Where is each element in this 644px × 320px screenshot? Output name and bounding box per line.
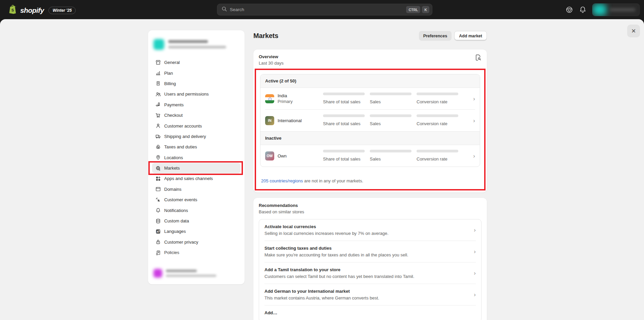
sidebar-item-users-and-permissions[interactable]: Users and permissions	[152, 89, 241, 99]
sidebar-item-languages[interactable]: A Languages	[152, 226, 241, 237]
translate-icon: A	[155, 229, 161, 234]
payments-icon	[155, 102, 161, 107]
shopify-logo[interactable]: S shopify Winter '25	[8, 4, 76, 16]
topbar-right-cluster	[565, 0, 640, 20]
store-url-blurred	[168, 46, 226, 48]
skeleton-bar	[370, 114, 412, 117]
sidebar-item-billing[interactable]: Billing	[152, 78, 241, 89]
apps-icon	[155, 176, 161, 181]
markets-page: Markets Preferences Add market Overview …	[253, 31, 487, 320]
skeleton-bar	[417, 150, 458, 152]
svg-text:S: S	[11, 8, 14, 12]
browser-icon	[155, 186, 161, 192]
recommendation-tamil-translation[interactable]: Add a Tamil translation to your store Cu…	[259, 262, 481, 284]
chevron-right-icon: ›	[474, 249, 476, 254]
market-row-own[interactable]: OW Own Share of total sales Sales Conver…	[260, 145, 480, 167]
chevron-right-icon: ›	[473, 96, 475, 102]
sidekick-icon[interactable]	[565, 6, 573, 14]
overview-title: Overview	[259, 54, 284, 59]
notifications-bell-icon[interactable]	[579, 6, 587, 14]
sidebar-item-notifications[interactable]: Notifications	[152, 205, 241, 215]
person-icon	[155, 123, 161, 129]
preferences-button[interactable]: Preferences	[419, 31, 452, 41]
search-input[interactable]	[230, 7, 404, 12]
chevron-right-icon: ›	[474, 227, 476, 233]
own-badge: OW	[265, 151, 274, 161]
primary-label: Primary	[278, 99, 293, 104]
recommendation-add-german[interactable]: Add German to your International market …	[259, 284, 481, 305]
release-badge: Winter '25	[48, 7, 76, 14]
page-title: Markets	[253, 32, 278, 40]
annotation-box-overview: Active (2 of 50) India Primary Share of …	[255, 69, 486, 190]
sidebar-item-markets[interactable]: $ Markets	[152, 163, 241, 173]
sidebar-item-payments[interactable]: Payments	[152, 100, 241, 110]
shortcut-k-key: K	[422, 6, 429, 13]
store-avatar	[153, 39, 164, 50]
store-switcher[interactable]	[148, 30, 245, 57]
international-badge: IN	[265, 116, 274, 125]
sidebar-item-customer-privacy[interactable]: Customer privacy	[152, 237, 241, 247]
global-search[interactable]: CTRL K	[217, 4, 432, 15]
markets-list: Active (2 of 50) India Primary Share of …	[260, 74, 480, 167]
sidebar-item-locations[interactable]: Locations	[152, 152, 241, 163]
view-report-icon[interactable]	[475, 54, 481, 61]
settings-nav: General Plan Billing Users and permissio…	[148, 57, 245, 263]
chevron-right-icon: ›	[474, 292, 476, 297]
recommendations-subtitle: Based on similar stores	[259, 209, 481, 214]
recommendation-clipped[interactable]: Add…	[259, 306, 481, 320]
plan-chart-icon	[155, 70, 161, 76]
account-menu[interactable]	[592, 3, 640, 16]
account-name-blurred	[610, 8, 635, 11]
close-button[interactable]: ✕	[627, 25, 640, 37]
topbar: S shopify Winter '25 CTRL K	[0, 0, 644, 20]
user-account-row[interactable]	[148, 263, 245, 284]
sidebar-item-domains[interactable]: Domains	[152, 184, 241, 194]
active-section-header: Active (2 of 50)	[260, 74, 480, 88]
recommendations-list: Activate local currencies Selling in loc…	[259, 219, 481, 320]
sidebar-item-plan[interactable]: Plan	[152, 68, 241, 78]
sidebar-item-shipping-and-delivery[interactable]: Shipping and delivery	[152, 131, 241, 142]
svg-text:A: A	[156, 230, 158, 233]
inactive-section-header: Inactive	[260, 131, 480, 145]
add-market-button[interactable]: Add market	[454, 31, 487, 41]
skeleton-bar	[323, 150, 365, 152]
close-icon: ✕	[631, 28, 636, 35]
store-icon	[155, 60, 161, 65]
chevron-right-icon: ›	[473, 118, 475, 123]
chevron-right-icon: ›	[473, 153, 475, 159]
sidebar-item-customer-accounts[interactable]: Customer accounts	[152, 120, 241, 131]
skeleton-bar	[417, 93, 458, 95]
shortcut-ctrl-key: CTRL	[406, 6, 420, 13]
sidebar-item-custom-data[interactable]: Custom data	[152, 216, 241, 226]
overview-card: Overview Last 30 days Active (2 of 50)	[253, 49, 487, 192]
user-name-blurred	[166, 270, 197, 272]
skeleton-bar	[323, 93, 365, 95]
globe-dollar-icon: $	[155, 166, 161, 171]
tax-bag-icon	[155, 144, 161, 150]
users-icon	[155, 92, 161, 97]
settings-sidebar: General Plan Billing Users and permissio…	[148, 30, 245, 284]
skeleton-bar	[323, 114, 365, 117]
lock-icon	[155, 239, 161, 245]
chevron-right-icon: ›	[474, 270, 476, 276]
sidebar-item-apps-and-sales-channels[interactable]: Apps and sales channels	[152, 173, 241, 184]
market-row-international[interactable]: IN International Share of total sales Sa…	[260, 110, 480, 131]
skeleton-bar	[370, 93, 412, 95]
recommendation-activate-local-currencies[interactable]: Activate local currencies Selling in loc…	[259, 219, 481, 241]
recommendation-collect-taxes[interactable]: Start collecting taxes and duties Make s…	[259, 241, 481, 262]
account-avatar	[593, 4, 606, 15]
sidebar-item-checkout[interactable]: Checkout	[152, 110, 241, 120]
shopify-wordmark: shopify	[20, 6, 44, 14]
sidebar-item-customer-events[interactable]: Customer events	[152, 194, 241, 205]
sidebar-item-general[interactable]: General	[152, 57, 241, 68]
sidebar-item-taxes-and-duties[interactable]: Taxes and duties	[152, 142, 241, 152]
market-row-india[interactable]: India Primary Share of total sales Sales…	[260, 88, 480, 109]
countries-footnote: 205 countries/regions are not in any of …	[261, 178, 479, 183]
search-icon	[221, 6, 227, 13]
countries-regions-link[interactable]: 205 countries/regions	[261, 178, 303, 183]
store-name-blurred	[168, 40, 208, 43]
recommendations-card: Recommendations Based on similar stores …	[253, 198, 487, 320]
overview-subtitle: Last 30 days	[259, 61, 284, 66]
svg-text:$: $	[159, 168, 160, 171]
user-email-blurred	[166, 275, 216, 277]
